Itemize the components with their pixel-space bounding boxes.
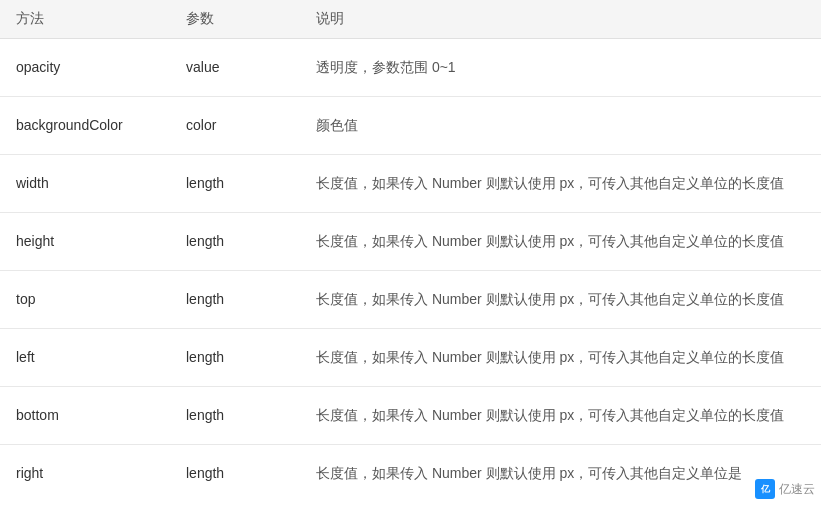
cell-desc: 颜色值: [300, 97, 821, 155]
cell-param: value: [170, 39, 300, 97]
cell-method: top: [0, 271, 170, 329]
header-param: 参数: [170, 0, 300, 39]
cell-method: height: [0, 213, 170, 271]
watermark-icon: 亿: [755, 479, 775, 499]
table-row: heightlength长度值，如果传入 Number 则默认使用 px，可传入…: [0, 213, 821, 271]
cell-method: backgroundColor: [0, 97, 170, 155]
cell-method: width: [0, 155, 170, 213]
table-row: opacityvalue透明度，参数范围 0~1: [0, 39, 821, 97]
table-header-row: 方法 参数 说明: [0, 0, 821, 39]
cell-method: left: [0, 329, 170, 387]
cell-desc: 长度值，如果传入 Number 则默认使用 px，可传入其他自定义单位的长度值: [300, 213, 821, 271]
watermark-label: 亿速云: [779, 481, 815, 498]
cell-desc: 长度值，如果传入 Number 则默认使用 px，可传入其他自定义单位是: [300, 445, 821, 503]
table-row: bottomlength长度值，如果传入 Number 则默认使用 px，可传入…: [0, 387, 821, 445]
cell-desc: 透明度，参数范围 0~1: [300, 39, 821, 97]
header-method: 方法: [0, 0, 170, 39]
table-row: toplength长度值，如果传入 Number 则默认使用 px，可传入其他自…: [0, 271, 821, 329]
table-row: rightlength长度值，如果传入 Number 则默认使用 px，可传入其…: [0, 445, 821, 503]
table-row: backgroundColorcolor颜色值: [0, 97, 821, 155]
table-row: widthlength长度值，如果传入 Number 则默认使用 px，可传入其…: [0, 155, 821, 213]
cell-param: color: [170, 97, 300, 155]
cell-param: length: [170, 387, 300, 445]
cell-param: length: [170, 329, 300, 387]
header-desc: 说明: [300, 0, 821, 39]
cell-desc: 长度值，如果传入 Number 则默认使用 px，可传入其他自定义单位的长度值: [300, 155, 821, 213]
cell-method: right: [0, 445, 170, 503]
table-row: leftlength长度值，如果传入 Number 则默认使用 px，可传入其他…: [0, 329, 821, 387]
cell-desc: 长度值，如果传入 Number 则默认使用 px，可传入其他自定义单位的长度值: [300, 271, 821, 329]
cell-method: bottom: [0, 387, 170, 445]
cell-param: length: [170, 155, 300, 213]
cell-desc: 长度值，如果传入 Number 则默认使用 px，可传入其他自定义单位的长度值: [300, 387, 821, 445]
cell-method: opacity: [0, 39, 170, 97]
cell-desc: 长度值，如果传入 Number 则默认使用 px，可传入其他自定义单位的长度值: [300, 329, 821, 387]
cell-param: length: [170, 271, 300, 329]
cell-param: length: [170, 445, 300, 503]
cell-param: length: [170, 213, 300, 271]
watermark: 亿 亿速云: [755, 479, 815, 499]
api-table: 方法 参数 说明 opacityvalue透明度，参数范围 0~1backgro…: [0, 0, 821, 502]
